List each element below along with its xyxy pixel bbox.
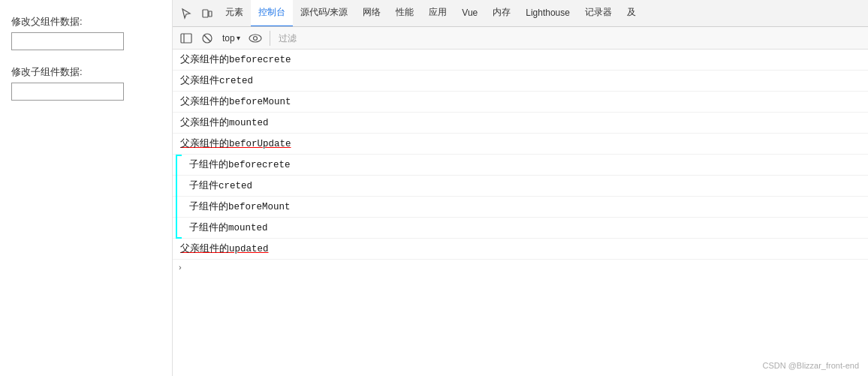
svg-point-7 (253, 36, 257, 40)
console-log-area: 父亲组件的beforecrete父亲组件creted父亲组件的beforeMou… (173, 50, 868, 376)
top-context-label: top (222, 33, 235, 44)
tab-more[interactable]: 及 (619, 0, 643, 27)
tab-recorder[interactable]: 记录器 (577, 0, 619, 27)
parent-data-label: 修改父组件数据: (11, 15, 161, 29)
log-text: 父亲组件的beforecrete (180, 53, 291, 66)
filter-input[interactable] (276, 30, 863, 47)
log-text: 父亲组件的mounted (180, 116, 269, 129)
svg-rect-2 (181, 34, 191, 43)
svg-line-5 (204, 35, 210, 41)
log-text: 子组件的beforeMount (189, 200, 291, 213)
console-toolbar: top ▾ (173, 27, 868, 50)
svg-rect-1 (209, 11, 212, 17)
log-entry: 子组件的mounted (173, 218, 868, 239)
log-entry: 父亲组件的updated (173, 239, 868, 260)
parent-data-input[interactable] (11, 32, 124, 50)
tab-elements[interactable]: 元素 (218, 0, 251, 27)
log-entry: 父亲组件creted (173, 71, 868, 92)
expand-arrow[interactable]: › (173, 260, 868, 275)
log-entry: 子组件creted (173, 176, 868, 197)
tab-network[interactable]: 网络 (355, 0, 388, 27)
tab-vue[interactable]: Vue (454, 0, 485, 27)
tab-console[interactable]: 控制台 (251, 0, 293, 27)
parent-data-section: 修改父组件数据: (11, 15, 161, 50)
clear-console-icon[interactable] (198, 29, 216, 47)
log-entry: 子组件的beforecrete (173, 155, 868, 176)
tab-lighthouse[interactable]: Lighthouse (518, 0, 577, 27)
toolbar-divider (270, 31, 270, 46)
svg-point-6 (249, 35, 261, 42)
tab-application[interactable]: 应用 (421, 0, 454, 27)
log-text: 子组件creted (189, 179, 252, 192)
log-entry: 父亲组件的mounted (173, 113, 868, 134)
top-context-selector[interactable]: top ▾ (219, 32, 243, 45)
devtools-panel: 元素 控制台 源代码/来源 网络 性能 应用 Vue 内存 Lighthouse… (173, 0, 868, 376)
tab-performance[interactable]: 性能 (388, 0, 421, 27)
log-text: 父亲组件的beforUpdate (180, 137, 291, 150)
child-data-section: 修改子组件数据: (11, 65, 161, 101)
tab-sources[interactable]: 源代码/来源 (293, 0, 355, 27)
log-entry: 父亲组件的beforecrete (173, 50, 868, 71)
child-data-input[interactable] (11, 83, 124, 101)
log-text: 父亲组件的beforeMount (180, 95, 291, 108)
log-text: 父亲组件的updated (180, 242, 269, 255)
left-panel: 修改父组件数据: 修改子组件数据: (0, 0, 173, 376)
log-entry: 父亲组件的beforUpdate (173, 134, 868, 155)
log-text: 父亲组件creted (180, 74, 253, 87)
log-text: 子组件的mounted (189, 221, 268, 234)
watermark: CSDN @Blizzar_front-end (762, 361, 859, 370)
log-entry: 父亲组件的beforeMount (173, 92, 868, 113)
chevron-down-icon: ▾ (237, 34, 240, 42)
device-icon[interactable] (197, 3, 218, 24)
child-data-label: 修改子组件数据: (11, 65, 161, 79)
devtools-tab-bar: 元素 控制台 源代码/来源 网络 性能 应用 Vue 内存 Lighthouse… (173, 0, 868, 27)
cursor-icon[interactable] (176, 3, 197, 24)
tab-memory[interactable]: 内存 (485, 0, 518, 27)
log-entry: 子组件的beforeMount (173, 197, 868, 218)
eye-icon[interactable] (246, 29, 264, 47)
svg-rect-0 (203, 10, 208, 17)
log-text: 子组件的beforecrete (189, 158, 291, 171)
sidebar-toggle-icon[interactable] (177, 29, 195, 47)
